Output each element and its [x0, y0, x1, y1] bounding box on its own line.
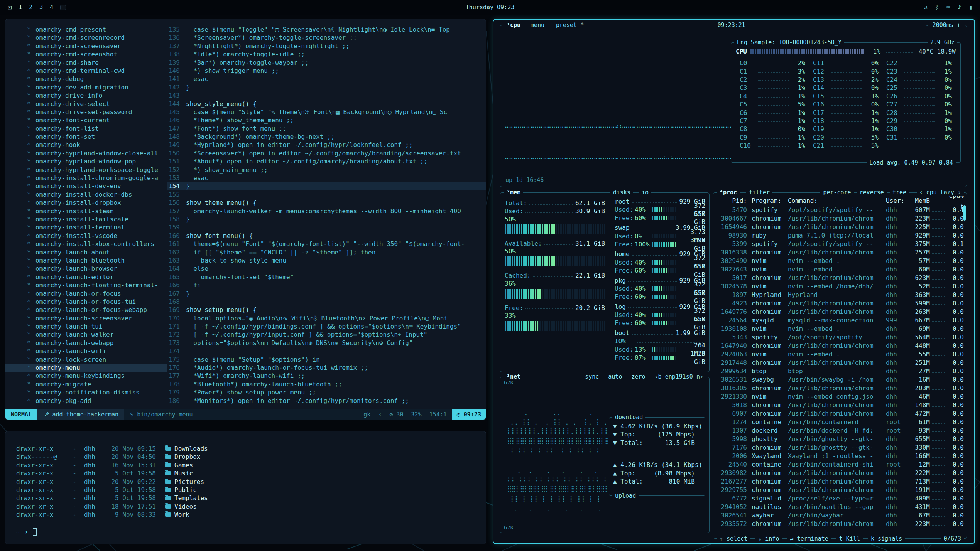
code-line[interactable]: 151 *About*) open_in_editor ~/.config/om…: [167, 157, 486, 165]
process-table-header[interactable]: Pid: Program: Command: User: MemB Cpu% ↑: [717, 196, 964, 206]
workspace-button[interactable]: 1: [19, 4, 22, 11]
file-item[interactable]: * omarchy-install-tailscale: [5, 215, 167, 223]
process-row[interactable]: 2999634 btop btop dhh 27M 0.0: [717, 367, 964, 376]
os-logo-icon[interactable]: ⊡: [8, 3, 12, 11]
code-line[interactable]: 178 *Bluetooth*) omarchy-launch-bluetoot…: [167, 380, 486, 388]
process-row[interactable]: 2917448 chromium /usr/lib/chromium/chrom…: [717, 359, 964, 367]
code-line[interactable]: 174: [167, 347, 486, 355]
process-row[interactable]: 3026531 swaybg /usr/bin/swaybg -i /hom d…: [717, 376, 964, 384]
process-row[interactable]: 5470 spotify /opt/spotify/spotify -- dhh…: [717, 206, 964, 214]
process-row[interactable]: 4923 chromium /usr/lib/chromium/chrom dh…: [717, 299, 964, 308]
file-item[interactable]: * omarchy-hook: [5, 141, 167, 149]
code-line[interactable]: 137 *Nightlight*) omarchy-toggle-nightli…: [167, 42, 486, 50]
code-line[interactable]: 162 if [[ "$theme" == "CNCLD" || -z "$th…: [167, 248, 486, 256]
update-interval-control[interactable]: - 2000ms +: [923, 21, 963, 29]
file-item[interactable]: * omarchy-cmd-screensaver: [5, 42, 167, 50]
code-line[interactable]: 156 show_theme_menu() {: [167, 199, 486, 207]
process-row[interactable]: 1930108 nvim nvim --embed . dhh 69M 0.0: [717, 325, 964, 333]
file-item[interactable]: * omarchy-launch-walker: [5, 330, 167, 339]
code-line[interactable]: 176 *Audio*) omarchy-launch-or-focus-tui…: [167, 364, 486, 372]
file-item[interactable]: * omarchy-launch-browser: [5, 265, 167, 273]
code-line[interactable]: 169 show_setup_menu() {: [167, 306, 486, 314]
code-line[interactable]: 175 case $(menu "Setup" "$options") in: [167, 356, 486, 364]
code-line[interactable]: 157 omarchy-launch-walker -m menus:omarc…: [167, 207, 486, 215]
code-line[interactable]: 159: [167, 223, 486, 231]
file-item[interactable]: * omarchy-migrate: [5, 380, 167, 388]
code-line[interactable]: 154 }: [167, 182, 486, 190]
process-row[interactable]: 1654946 chromium /usr/lib/chromium/chrom…: [717, 223, 964, 231]
key-hint[interactable]: ↓ info: [755, 535, 782, 543]
file-item[interactable]: * omarchy-launch-or-focus-tui: [5, 298, 167, 306]
code-line[interactable]: 141 esac: [167, 75, 486, 83]
filter-button[interactable]: filter: [746, 189, 772, 196]
process-row[interactable]: 5998 ghostty /usr/bin/ghostty --gtk- dhh…: [717, 435, 964, 443]
code-line[interactable]: 163 back_to show_style_menu: [167, 256, 486, 265]
code-line[interactable]: 143: [167, 91, 486, 99]
process-row[interactable]: 2921330 nvim nvim --embed config.jso dhh…: [717, 393, 964, 401]
file-item[interactable]: * omarchy-launch-floating-terminal-: [5, 281, 167, 289]
key-hint[interactable]: t Kill: [836, 535, 863, 543]
code-line[interactable]: 140 *) show_trigger_menu ;;: [167, 67, 486, 75]
code-line[interactable]: 142 }: [167, 83, 486, 91]
workspace-button[interactable]: 2: [29, 4, 32, 11]
file-item[interactable]: * omarchy-menu: [5, 364, 167, 372]
file-item[interactable]: * omarchy-lock-screen: [5, 356, 167, 364]
file-item[interactable]: * omarchy-drive-set-password: [5, 108, 167, 116]
code-line[interactable]: 170 local options="◉ Audio\n∿ Wifi\nᛒ Bl…: [167, 314, 486, 322]
file-item[interactable]: * omarchy-hyprland-workspace-toggle: [5, 166, 167, 174]
file-item[interactable]: * omarchy-launch-tui: [5, 322, 167, 330]
proc-tab-button[interactable]: tree: [890, 189, 909, 196]
process-row[interactable]: 2930982 chromium /usr/lib/chromium/chrom…: [717, 469, 964, 477]
file-item[interactable]: * omarchy-drive-select: [5, 100, 167, 108]
shell-prompt[interactable]: ~ ›: [16, 528, 486, 536]
process-row[interactable]: 2167277 chromium /usr/lib/chromium/chrom…: [717, 477, 964, 486]
code-line[interactable]: 180 *Monitors*) open_in_editor ~/.config…: [167, 397, 486, 405]
file-item[interactable]: * omarchy-launch-about: [5, 248, 167, 256]
file-item[interactable]: * omarchy-font-set: [5, 133, 167, 141]
file-item[interactable]: * omarchy-install-terminal: [5, 223, 167, 231]
file-item[interactable]: * omarchy-font-list: [5, 125, 167, 133]
code-line[interactable]: 153 esac: [167, 174, 486, 182]
tray-icon[interactable]: ⌨: [946, 4, 950, 11]
code-line[interactable]: 152 *) show_main_menu ;;: [167, 166, 486, 174]
code-line[interactable]: 173 options="$options\n▢ Defaults\n⊕ DNS…: [167, 339, 486, 347]
key-hint[interactable]: k signals: [868, 535, 905, 543]
code-line[interactable]: 147 *Font*) show_font_menu ;;: [167, 125, 486, 133]
process-scrollbar[interactable]: [963, 205, 966, 221]
code-line[interactable]: 171 [ -f ~/.config/hypr/bindings.conf ] …: [167, 322, 486, 330]
file-item[interactable]: * omarchy-launch-bluetooth: [5, 256, 167, 265]
system-monitor-window[interactable]: ¹cpu menu preset * 09:23:21 - 2000ms + ⣀…: [493, 19, 975, 544]
process-row[interactable]: 2935572 chromium /usr/lib/chromium/chrom…: [717, 520, 964, 528]
file-item[interactable]: * omarchy-hyprland-window-pop: [5, 157, 167, 165]
process-row[interactable]: 3004667 chromium /usr/lib/chromium/chrom…: [717, 214, 964, 223]
file-item[interactable]: * omarchy-font-current: [5, 116, 167, 124]
file-item[interactable]: * omarchy-hyprland-window-close-all: [5, 149, 167, 157]
code-line[interactable]: 168: [167, 298, 486, 306]
net-tab-button[interactable]: sync: [582, 373, 602, 381]
file-item[interactable]: * omarchy-launch-editor: [5, 273, 167, 281]
key-hint[interactable]: ↵ terminate: [787, 535, 831, 543]
process-row[interactable]: 1307 dockerd /usr/bin/dockerd -H fd: roo…: [717, 426, 964, 435]
file-item[interactable]: * omarchy-notification-dismiss: [5, 388, 167, 396]
process-row[interactable]: 6907 chromium /usr/lib/chromium/chrom dh…: [717, 409, 964, 418]
code-line[interactable]: 149 *Hyprland*) open_in_editor ~/.config…: [167, 141, 486, 149]
sort-selector[interactable]: ‹ cpu lazy ›: [917, 189, 964, 196]
file-item[interactable]: * omarchy-cmd-present: [5, 25, 167, 34]
editor-window[interactable]: * omarchy-cmd-present * omarchy-cmd-scre…: [5, 19, 486, 420]
file-item[interactable]: * omarchy-cmd-screenrecord: [5, 34, 167, 42]
process-row[interactable]: 2924063 nvim nvim --embed . dhh 55M 0.0: [717, 350, 964, 359]
tray-icon[interactable]: ᛒ: [935, 4, 939, 11]
code-line[interactable]: 179 *Power*) show_setup_power_menu ;;: [167, 388, 486, 396]
code-line[interactable]: 146 *Theme*) show_theme_menu ;;: [167, 116, 486, 124]
process-row[interactable]: 24564 mysqld mysqld --max-connection 999…: [717, 316, 964, 325]
menu-button[interactable]: menu: [528, 21, 547, 29]
process-row[interactable]: 1897 Hyprland Hyprland dhh 363M 0.0: [717, 291, 964, 299]
proc-tab-button[interactable]: per-core: [820, 189, 853, 196]
process-row[interactable]: 5399 spotify /opt/spotify/spotify -- dhh…: [717, 240, 964, 248]
code-line[interactable]: 148 *Background*) omarchy-theme-bg-next …: [167, 133, 486, 141]
file-item[interactable]: * omarchy-install-vscode: [5, 232, 167, 240]
file-item[interactable]: * omarchy-pkg-add: [5, 397, 167, 405]
code-line[interactable]: 150 *Screensaver*) open_in_editor ~/.con…: [167, 149, 486, 157]
tray-icon[interactable]: ⇄: [924, 4, 928, 11]
preset-button[interactable]: preset *: [553, 21, 586, 29]
